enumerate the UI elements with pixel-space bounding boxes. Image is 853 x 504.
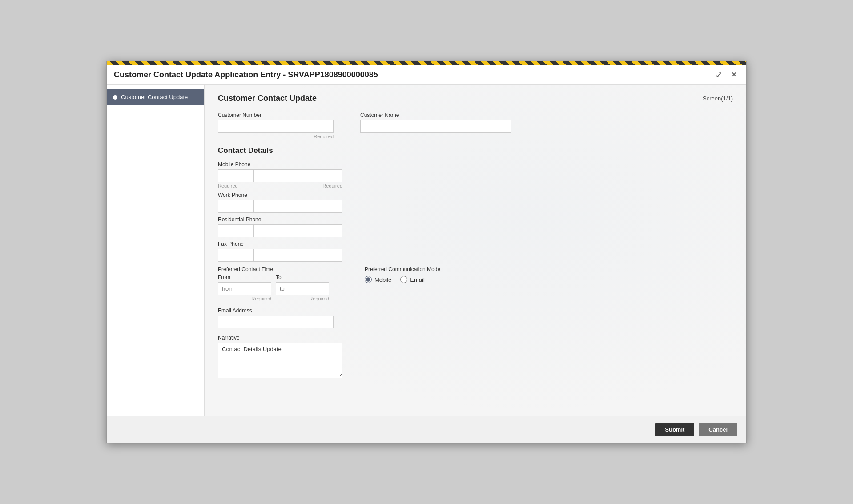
content-header: Customer Contact Update Screen(1/1) — [218, 94, 733, 103]
time-fields: From Required To Required — [218, 274, 329, 301]
from-required: Required — [218, 296, 271, 301]
main-layout: Customer Contact Update Customer Contact… — [107, 85, 746, 416]
fax-phone-area-input[interactable] — [218, 249, 253, 262]
mobile-phone-required1: Required — [218, 183, 253, 188]
email-address-label: Email Address — [218, 308, 733, 314]
close-icon[interactable]: ✕ — [728, 69, 739, 80]
fax-phone-section: Fax Phone — [218, 241, 733, 262]
preferred-comm-mode-section: Preferred Communication Mode Mobile Emai… — [365, 266, 440, 283]
radio-item-mobile[interactable]: Mobile — [365, 276, 391, 283]
residential-phone-inputs — [218, 224, 733, 237]
fax-phone-number-input[interactable] — [253, 249, 342, 262]
time-to-input[interactable] — [276, 282, 329, 295]
main-window: Customer Contact Update Application Entr… — [106, 61, 747, 443]
sidebar-item-customer-contact-update[interactable]: Customer Contact Update — [107, 89, 204, 105]
preferred-row: Preferred Contact Time From Required To … — [218, 266, 733, 301]
narrative-section: Narrative Contact Details Update — [218, 335, 733, 380]
submit-button[interactable]: Submit — [655, 423, 694, 436]
work-phone-area-input[interactable] — [218, 200, 253, 213]
customer-number-label: Customer Number — [218, 112, 334, 118]
radio-email-label: Email — [410, 276, 425, 283]
mobile-phone-required2: Required — [253, 183, 342, 188]
narrative-label: Narrative — [218, 335, 733, 341]
residential-phone-label: Residential Phone — [218, 216, 733, 223]
cancel-button[interactable]: Cancel — [699, 423, 737, 436]
comm-mode-radio-group: Mobile Email — [365, 276, 440, 283]
sidebar-item-label: Customer Contact Update — [121, 94, 188, 100]
residential-phone-number-input[interactable] — [253, 224, 342, 237]
preferred-comm-mode-label: Preferred Communication Mode — [365, 266, 440, 272]
caution-stripe — [107, 61, 746, 65]
preferred-contact-time-label: Preferred Contact Time — [218, 266, 329, 272]
mobile-phone-part2-wrapper: Required — [253, 169, 342, 188]
radio-mobile-label: Mobile — [374, 276, 391, 283]
expand-icon[interactable]: ⤢ — [713, 69, 724, 80]
work-phone-inputs — [218, 200, 733, 213]
window-title: Customer Contact Update Application Entr… — [114, 70, 378, 80]
contact-details-heading: Contact Details — [218, 146, 733, 155]
customer-number-group: Customer Number Required — [218, 112, 334, 139]
work-phone-label: Work Phone — [218, 192, 733, 198]
content-area: Customer Contact Update Screen(1/1) Cust… — [205, 85, 746, 416]
customer-number-required: Required — [218, 134, 334, 139]
fax-phone-label: Fax Phone — [218, 241, 733, 247]
screen-indicator: Screen(1/1) — [703, 95, 733, 102]
customer-name-label: Customer Name — [360, 112, 511, 118]
customer-number-input[interactable] — [218, 120, 334, 133]
radio-item-email[interactable]: Email — [400, 276, 425, 283]
window-controls: ⤢ ✕ — [713, 69, 739, 80]
radio-mobile[interactable] — [365, 276, 372, 283]
content-title: Customer Contact Update — [218, 94, 317, 103]
customer-name-group: Customer Name — [360, 112, 511, 133]
residential-phone-section: Residential Phone — [218, 216, 733, 237]
customer-info-section: Customer Number Required Customer Name — [218, 112, 733, 139]
action-bar: Submit Cancel — [107, 416, 746, 443]
email-address-input[interactable] — [218, 316, 334, 328]
to-required: Required — [276, 296, 329, 301]
radio-email[interactable] — [400, 276, 407, 283]
email-address-section: Email Address — [218, 308, 733, 328]
time-from-input[interactable] — [218, 282, 271, 295]
mobile-phone-section: Mobile Phone Required Required — [218, 161, 733, 188]
sidebar-item-dot — [113, 95, 117, 100]
narrative-textarea[interactable]: Contact Details Update — [218, 343, 342, 378]
sidebar: Customer Contact Update — [107, 85, 205, 416]
time-to-group: To Required — [276, 274, 329, 301]
mobile-phone-label: Mobile Phone — [218, 161, 733, 168]
mobile-phone-part1-wrapper: Required — [218, 169, 253, 188]
mobile-phone-inputs: Required Required — [218, 169, 733, 188]
mobile-phone-area-input[interactable] — [218, 169, 253, 182]
work-phone-number-input[interactable] — [253, 200, 342, 213]
customer-name-input[interactable] — [360, 120, 511, 133]
preferred-contact-time-section: Preferred Contact Time From Required To … — [218, 266, 329, 301]
to-label: To — [276, 274, 329, 280]
customer-fields-row: Customer Number Required Customer Name — [218, 112, 733, 139]
residential-phone-area-input[interactable] — [218, 224, 253, 237]
title-bar: Customer Contact Update Application Entr… — [107, 65, 746, 85]
work-phone-section: Work Phone — [218, 192, 733, 213]
content-inner: Customer Contact Update Screen(1/1) Cust… — [218, 94, 733, 380]
from-label: From — [218, 274, 271, 280]
mobile-phone-number-input[interactable] — [253, 169, 342, 182]
fax-phone-inputs — [218, 249, 733, 262]
time-from-group: From Required — [218, 274, 271, 301]
